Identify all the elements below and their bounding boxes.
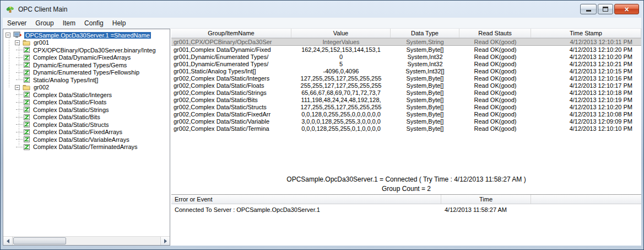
event-row[interactable]: Connected To Server : OPCSample.OpcDa30S…: [171, 204, 641, 212]
close-button[interactable]: ×: [614, 4, 639, 14]
tree-branch-line: [16, 50, 23, 50]
tree-node[interactable]: −: [4, 143, 169, 151]
tag-icon: [24, 129, 30, 135]
event-column-header[interactable]: Time: [441, 195, 531, 204]
close-icon: ×: [624, 6, 629, 13]
column-header[interactable]: Read Stauts: [459, 29, 531, 38]
tree-node-label[interactable]: Dynamic/Enumerated Types/Fellowship: [32, 69, 140, 76]
titlebar[interactable]: OPC Client Main ×: [1, 1, 643, 18]
tree-node-label[interactable]: Complex Data/Static/Structs: [32, 121, 110, 128]
tree-node-label[interactable]: Complex Data/Static/Strings: [32, 107, 110, 113]
tree-node-label[interactable]: Complex Data/Static/Floats: [32, 99, 107, 105]
tree-node[interactable]: −: [4, 91, 169, 99]
scroll-right-button[interactable]: [160, 237, 170, 245]
menu-item[interactable]: Item: [58, 18, 80, 28]
item-row[interactable]: gr002,Complex Data/Static/Structs 127,25…: [171, 103, 641, 110]
item-row[interactable]: gr002,Complex Data/Static/Strings 65,66,…: [171, 89, 641, 96]
datatype-cell: System,Byte[]: [391, 96, 459, 103]
value-cell: -4096,0,4096: [291, 67, 391, 75]
tree-node[interactable]: −: [4, 69, 169, 77]
menu-item[interactable]: Config: [80, 18, 108, 28]
tree-node[interactable]: −: [4, 121, 169, 129]
value-cell: 127,255,255,127,255,255,255: [291, 103, 391, 110]
tag-icon: [24, 70, 30, 76]
item-name-cell: gr002,Complex Data/Static/FixedArr: [171, 110, 291, 118]
item-row[interactable]: gr001,Dynamic/Enumerated Types/ 5 System…: [171, 60, 641, 67]
tree-node-label[interactable]: Complex Data/Static/VariableArrays: [32, 136, 131, 143]
item-row[interactable]: gr001,Static/Analog Types/Int[] -4096,0,…: [171, 67, 641, 75]
readstatus-cell: Read OK(good): [459, 118, 531, 125]
column-header[interactable]: Group/ItemName: [171, 29, 291, 38]
folder-icon: [23, 84, 30, 91]
minimize-button[interactable]: [580, 4, 597, 14]
tree-node-label[interactable]: Complex Data/Dynamic/FixedArrays: [32, 54, 132, 61]
column-header[interactable]: Data Type: [391, 29, 459, 38]
tree-node[interactable]: −: [4, 84, 169, 92]
tree-node[interactable]: −: [4, 106, 169, 114]
tree-node-label[interactable]: Complex Data/Static/Integers: [32, 92, 113, 98]
item-name-cell: gr002,Complex Data/Static/Structs: [171, 103, 291, 110]
tree-node[interactable]: −: [4, 129, 169, 136]
tree-node[interactable]: −: [4, 46, 169, 54]
item-row[interactable]: gr001,Complex Data/Dynamic/Fixed 162,24,…: [171, 46, 641, 53]
value-cell: 162,24,25,152,153,144,153,1: [291, 46, 391, 53]
datatype-cell: System,Byte[]: [391, 103, 459, 110]
menubar: Server Group Item Config Help: [3, 18, 641, 29]
tree-node[interactable]: −: [4, 31, 169, 39]
menu-item[interactable]: Group: [31, 18, 58, 28]
column-header[interactable]: Value: [291, 29, 391, 38]
tree-node-label[interactable]: CPX/OPCBinary/OpcDa30Server.binary/Integ: [32, 47, 157, 54]
tree-node-label[interactable]: Static/Analog Types/Int[]: [32, 77, 99, 83]
item-row[interactable]: gr002,Complex Data/Static/Variable 3,0,0…: [171, 118, 641, 125]
item-row[interactable]: gr002,Complex Data/Static/FixedArr 0,0,1…: [171, 110, 641, 118]
tree-node[interactable]: −: [4, 99, 169, 107]
datatype-cell: System,Byte[]: [391, 89, 459, 96]
tree-horizontal-scrollbar[interactable]: [3, 236, 170, 245]
readstatus-cell: Read OK(good): [459, 96, 531, 103]
tree-node-label[interactable]: Complex Data/Static/Bits: [32, 114, 101, 120]
scroll-left-button[interactable]: [3, 237, 13, 245]
menu-item[interactable]: Server: [3, 18, 31, 28]
tag-icon: [24, 92, 30, 98]
event-column-header[interactable]: Error or Event: [171, 195, 441, 204]
tree-branch-line: [16, 124, 23, 125]
item-row[interactable]: gr001,CPX/OPCBinary/OpcDa30Ser IntegerVa…: [171, 38, 641, 46]
expander-icon[interactable]: −: [15, 85, 20, 90]
tree-node[interactable]: −: [4, 136, 169, 143]
event-message-cell: Connected To Server : OPCSample.OpcDa30S…: [171, 204, 441, 213]
main-content: −: [3, 29, 641, 246]
menu-item[interactable]: Help: [108, 18, 131, 28]
group-count: Group Count = 2: [171, 184, 641, 194]
tree-node-label[interactable]: Dynamic/Enumerated Types/Gems: [32, 62, 128, 68]
tree-node[interactable]: −: [4, 114, 169, 121]
item-row[interactable]: gr002,Complex Data/Static/Bits 111,198,4…: [171, 96, 641, 103]
tree-node[interactable]: −: [4, 76, 169, 84]
item-row[interactable]: gr002,Complex Data/Static/Termina 0,0,0,…: [171, 125, 641, 132]
timestamp-cell: 4/12/2013 12:09:09 PM: [531, 118, 641, 125]
expander-icon[interactable]: −: [15, 40, 20, 45]
item-row[interactable]: gr001,Dynamic/Enumerated Types/ 0 System…: [171, 53, 641, 60]
app-icon: [6, 4, 15, 14]
tree-node[interactable]: −: [4, 54, 169, 62]
tree-node-label[interactable]: Complex Data/Static/TerminatedArrays: [32, 143, 139, 150]
tree-node[interactable]: −: [4, 61, 169, 69]
datatype-cell: System,Byte[]: [391, 75, 459, 82]
readstatus-cell: Read OK(good): [459, 125, 531, 132]
tree-node-label[interactable]: OPCSample.OpcDa30Server.1 =SharedName: [24, 32, 151, 39]
item-name-cell: gr002,Complex Data/Static/Integers: [171, 75, 291, 82]
tree-node-label[interactable]: Complex Data/Static/FixedArrays: [32, 129, 123, 135]
column-header[interactable]: Time Stamp: [531, 29, 641, 38]
tree-node-label[interactable]: gr002: [33, 84, 50, 91]
value-cell: 0: [291, 53, 391, 60]
item-row[interactable]: gr002,Complex Data/Static/Floats 255,255…: [171, 82, 641, 89]
timestamp-cell: 4/12/2013 12:10:17 PM: [531, 82, 641, 89]
scrollbar-thumb[interactable]: [13, 237, 66, 244]
expander-icon[interactable]: −: [6, 33, 10, 38]
readstatus-cell: Read OK(good): [459, 53, 531, 60]
tree-node[interactable]: −: [4, 39, 169, 47]
tree-node-label[interactable]: gr001: [33, 39, 50, 46]
value-cell: 0,0,0,128,255,255,0,1,0,0,0,0: [291, 125, 391, 132]
timestamp-cell: 4/12/2013 12:10:21 PM: [531, 60, 641, 67]
maximize-button[interactable]: [598, 4, 613, 14]
item-row[interactable]: gr002,Complex Data/Static/Integers 127,2…: [171, 75, 641, 82]
